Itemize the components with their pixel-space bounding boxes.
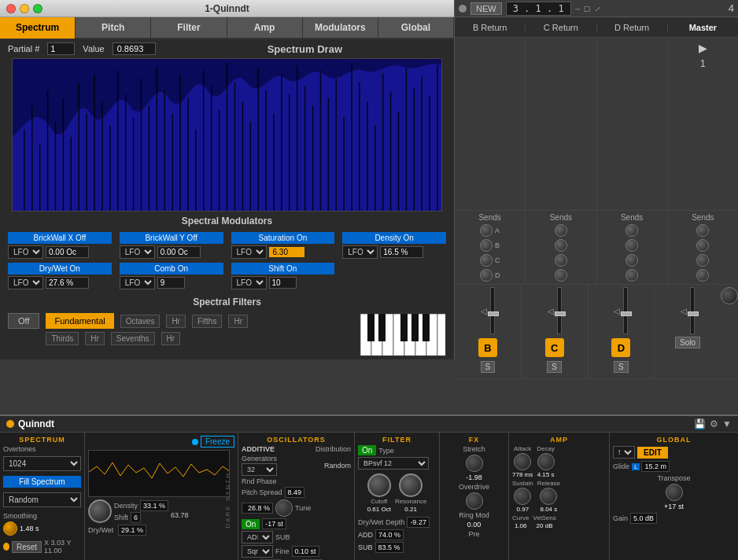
master-send-a-knob[interactable] xyxy=(696,224,709,237)
off-button[interactable]: Off xyxy=(8,313,39,329)
comb-value[interactable] xyxy=(157,277,185,289)
master-fader[interactable] xyxy=(690,287,695,334)
octaves-hr-btn[interactable]: Hr xyxy=(166,315,186,328)
mini-waveform[interactable] xyxy=(88,450,230,497)
d-channel-label[interactable]: D xyxy=(611,338,630,357)
partial-input[interactable] xyxy=(47,42,75,55)
cutoff-knob[interactable] xyxy=(367,473,391,497)
comb-lfo[interactable]: LFO2▼ xyxy=(120,276,155,289)
c-send-b-knob[interactable] xyxy=(555,239,567,252)
overtones-select[interactable]: 1024 xyxy=(3,456,81,471)
brickwall-y-btn[interactable]: BrickWall Y Off xyxy=(120,232,223,244)
master-send-b-knob[interactable] xyxy=(696,239,709,252)
octaves-btn[interactable]: Octaves xyxy=(120,315,161,328)
release-knob[interactable] xyxy=(540,488,557,505)
d-fader[interactable] xyxy=(623,287,628,334)
freeze-btn[interactable]: Freeze xyxy=(201,436,234,448)
spectrum-canvas[interactable] xyxy=(12,58,442,212)
settings-icon[interactable]: ⚙ xyxy=(710,418,718,429)
d-solo-button[interactable]: S xyxy=(614,361,629,373)
maximize-button[interactable] xyxy=(33,4,42,13)
d-send-b-knob[interactable] xyxy=(625,239,638,252)
master-fader-row: ◁ xyxy=(681,287,695,334)
b-send-b-knob[interactable] xyxy=(480,239,493,252)
brickwall-x-btn[interactable]: BrickWall X Off xyxy=(8,232,112,244)
density-lfo[interactable]: LFO2▼ xyxy=(342,245,378,259)
b-send-a-knob[interactable] xyxy=(480,224,493,237)
b-send-c-knob[interactable] xyxy=(480,254,493,267)
master-knob[interactable] xyxy=(721,287,738,304)
saturation-lfo[interactable]: LFO1▼ xyxy=(231,245,267,259)
more-icon[interactable]: ▼ xyxy=(722,418,732,429)
b-channel-label[interactable]: B xyxy=(478,338,497,357)
thirds-btn[interactable]: Thirds xyxy=(46,332,79,345)
sevenths-hr-btn[interactable]: Hr xyxy=(161,332,181,345)
b-send-d-knob[interactable] xyxy=(480,269,493,282)
density-btn[interactable]: Density On xyxy=(342,232,446,244)
fill-spectrum-btn[interactable]: Fill Spectrum xyxy=(3,476,81,488)
adsr-select[interactable]: ADSR xyxy=(242,531,273,543)
decay-knob[interactable] xyxy=(537,453,555,470)
c-fader[interactable] xyxy=(557,287,562,334)
c-send-c-knob[interactable] xyxy=(555,254,567,267)
new-button[interactable]: NEW xyxy=(470,2,502,15)
edit-btn[interactable]: EDIT xyxy=(637,447,668,459)
saturation-btn[interactable]: Saturation On xyxy=(231,232,335,244)
osc-on-btn[interactable]: On xyxy=(242,519,260,529)
master-strip: ◁ Solo xyxy=(655,285,721,378)
tab-pitch[interactable]: Pitch xyxy=(76,17,151,39)
global-value-select[interactable]: 5 xyxy=(613,446,635,459)
brickwall-x-lfo[interactable]: LFO1▼ xyxy=(8,245,43,259)
attack-knob[interactable] xyxy=(514,453,531,470)
c-send-a-knob[interactable] xyxy=(555,224,567,237)
brickwall-y-lfo[interactable]: LFO1▼ xyxy=(120,245,155,259)
thirds-hr-btn[interactable]: Hr xyxy=(85,332,105,345)
piano-keys[interactable] xyxy=(360,313,446,356)
header-c-return: C Return xyxy=(526,23,596,32)
transpose-knob[interactable] xyxy=(666,484,683,501)
comb-btn[interactable]: Comb On xyxy=(120,263,223,274)
stretch-knob[interactable] xyxy=(466,455,483,472)
c-channel-label[interactable]: C xyxy=(545,338,564,357)
random-select[interactable]: Random xyxy=(3,492,81,507)
shift-btn[interactable]: Shift On xyxy=(231,263,335,274)
window-controls[interactable] xyxy=(6,4,42,13)
b-fader[interactable] xyxy=(490,287,495,334)
d-send-d-knob[interactable] xyxy=(625,269,638,282)
fifths-hr-btn[interactable]: Hr xyxy=(228,315,248,328)
saturation-knob[interactable] xyxy=(88,499,112,523)
d-send-a-knob[interactable] xyxy=(625,224,638,237)
b-solo-button[interactable]: S xyxy=(481,361,496,373)
filter-on-btn[interactable]: On xyxy=(358,445,376,455)
tab-spectrum[interactable]: Spectrum xyxy=(0,17,76,39)
c-solo-button[interactable]: S xyxy=(547,361,562,373)
drywet-lfo[interactable]: LFO1▼ xyxy=(8,276,43,289)
master-send-c-knob[interactable] xyxy=(696,254,709,267)
close-button[interactable] xyxy=(6,4,16,13)
filter-type-select[interactable]: BPsvf 12 xyxy=(358,457,429,470)
generators-select[interactable]: 32 xyxy=(242,463,277,476)
shift-value[interactable] xyxy=(269,277,297,289)
sustain-knob[interactable] xyxy=(514,488,531,505)
tune-knob[interactable] xyxy=(275,499,293,517)
drywet-btn[interactable]: Dry/Wet On xyxy=(8,263,112,274)
shift-lfo[interactable]: LFO2▼ xyxy=(231,276,267,289)
tab-amp[interactable]: Amp xyxy=(227,17,303,39)
tab-filter[interactable]: Filter xyxy=(151,17,227,39)
c-send-d-knob[interactable] xyxy=(555,269,567,282)
sevenths-btn[interactable]: Sevenths xyxy=(111,332,155,345)
tab-global[interactable]: Global xyxy=(378,17,454,39)
tab-modulators[interactable]: Modulators xyxy=(303,17,378,39)
master-send-d-knob[interactable] xyxy=(696,269,709,282)
minimize-button[interactable] xyxy=(20,4,29,13)
d-send-c-knob[interactable] xyxy=(625,254,638,267)
fundamental-btn[interactable]: Fundamental xyxy=(46,313,113,329)
smoothing-knob[interactable] xyxy=(3,521,17,536)
resonance-knob[interactable] xyxy=(399,473,423,497)
save-icon[interactable]: 💾 xyxy=(694,418,706,429)
overdrive-knob[interactable] xyxy=(466,492,483,510)
master-solo-button[interactable]: Solo xyxy=(675,337,700,348)
reset-btn[interactable]: Reset xyxy=(12,541,42,553)
sqr-select[interactable]: Sqr xyxy=(242,545,273,558)
fifths-btn[interactable]: Fifths xyxy=(192,315,222,328)
